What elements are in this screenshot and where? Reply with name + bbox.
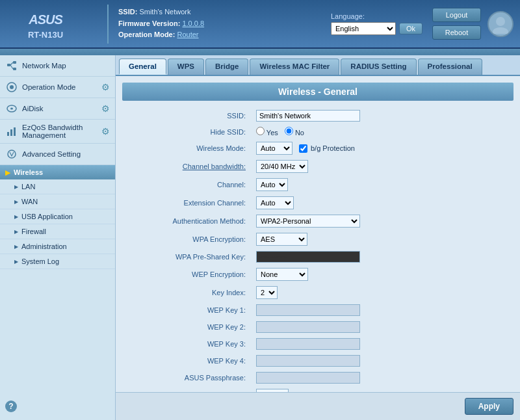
form-title: Wireless - General <box>122 83 514 101</box>
wireless-section-label: Wireless <box>14 168 43 176</box>
operation-mode-icon <box>5 81 18 94</box>
advanced-label: Advanced Setting <box>22 150 81 158</box>
wep-key3-input[interactable] <box>256 338 360 350</box>
wep-key4-row: WEP Key 4: <box>122 352 514 369</box>
ezqos-icon <box>5 125 18 138</box>
asus-passphrase-input[interactable] <box>256 372 360 384</box>
aidisk-icon <box>5 102 18 115</box>
ezqos-label: EzQoS Bandwidth Management <box>22 124 98 139</box>
auth-method-select[interactable]: Open SystemShared KeyWPA-PersonalWPA2-Pe… <box>256 215 360 228</box>
channel-bw-row: Channel bandwidth: 20 MHz20/40 MHz40 MHz <box>122 157 514 176</box>
hide-ssid-yes-label[interactable]: Yes <box>256 127 278 137</box>
wep-encrypt-row: WEP Encryption: NoneWEP-64bitsWEP-128bit… <box>122 265 514 283</box>
content-area: General WPS Bridge Wireless MAC Filter R… <box>116 55 520 420</box>
network-map-icon <box>5 59 18 72</box>
wep-key1-input[interactable] <box>256 304 360 316</box>
wan-arrow-icon: ▶ <box>14 199 18 205</box>
sidebar: Network Map Operation Mode ⚙ AiDisk ⚙ Ez… <box>0 55 116 420</box>
channel-select[interactable]: Auto123456 <box>256 178 288 191</box>
channel-bw-select[interactable]: 20 MHz20/40 MHz40 MHz <box>256 160 308 173</box>
wep-key4-label-cell: WEP Key 4: <box>122 352 252 369</box>
sidebar-sub-usb[interactable]: ▶ USB Application <box>0 209 115 224</box>
hide-ssid-no-label[interactable]: No <box>285 127 304 137</box>
hide-ssid-value-cell: Yes No <box>252 124 514 139</box>
ezqos-gear-icon: ⚙ <box>101 126 110 137</box>
key-index-select[interactable]: 1234 <box>256 286 278 299</box>
firewall-label: Firewall <box>21 228 46 235</box>
sidebar-sub-wan[interactable]: ▶ WAN <box>0 194 115 209</box>
tab-bridge[interactable]: Bridge <box>205 59 248 75</box>
main-layout: Network Map Operation Mode ⚙ AiDisk ⚙ Ez… <box>0 55 520 420</box>
language-select-wrap: English Deutsch Français Español Ok <box>331 22 422 35</box>
sidebar-item-aidisk[interactable]: AiDisk ⚙ <box>0 98 115 120</box>
hide-ssid-yes-radio[interactable] <box>256 127 265 135</box>
sidebar-item-network-map[interactable]: Network Map <box>0 55 115 77</box>
ext-channel-value-cell: AutoAboveBelow <box>252 194 514 212</box>
network-map-label: Network Map <box>22 62 66 70</box>
firmware-version-link[interactable]: 1.0.0.8 <box>182 20 204 27</box>
wep-key4-value-cell <box>252 352 514 369</box>
svg-point-8 <box>10 85 14 89</box>
reboot-button[interactable]: Reboot <box>432 25 481 40</box>
wpa-encrypt-label-cell: WPA Encryption: <box>122 230 252 248</box>
aidisk-label: AiDisk <box>22 105 44 112</box>
ssid-line: SSID: Smith's Network <box>118 7 331 18</box>
logout-button[interactable]: Logout <box>432 8 481 22</box>
operation-value-link[interactable]: Router <box>177 31 198 38</box>
wireless-mode-row: Wireless Mode: Autob onlyg onlyn only b/… <box>122 139 514 157</box>
wep-encrypt-select[interactable]: NoneWEP-64bitsWEP-128bits <box>256 268 308 281</box>
hide-ssid-no-radio[interactable] <box>285 127 293 135</box>
net-key-rotation-value-cell: 0 <box>252 386 514 392</box>
sidebar-sub-admin[interactable]: ▶ Administration <box>0 239 115 254</box>
tab-professional[interactable]: Professional <box>418 59 482 75</box>
sidebar-item-ezqos[interactable]: EzQoS Bandwidth Management ⚙ <box>0 120 115 144</box>
sidebar-sub-syslog[interactable]: ▶ System Log <box>0 254 115 269</box>
wireless-mode-wrap: Autob onlyg onlyn only b/g Protection <box>256 142 510 155</box>
form-table: SSID: Hide SSID: Yes No Wireles <box>122 107 514 392</box>
ext-channel-select[interactable]: AutoAboveBelow <box>256 196 294 209</box>
header-info: SSID: Smith's Network Firmware Version: … <box>118 7 331 41</box>
wpa-psk-input[interactable] <box>256 251 360 263</box>
sidebar-item-advanced[interactable]: Advanced Setting <box>0 144 115 165</box>
asus-passphrase-value-cell <box>252 369 514 386</box>
tab-mac-filter[interactable]: Wireless MAC Filter <box>250 59 339 75</box>
wireless-mode-value-cell: Autob onlyg onlyn only b/g Protection <box>252 139 514 157</box>
wpa-psk-label-cell: WPA Pre-Shared Key: <box>122 248 252 265</box>
bg-protection-label[interactable]: b/g Protection <box>299 144 355 153</box>
wpa-encrypt-select[interactable]: AESTKIPTKIP+AES <box>256 233 307 246</box>
bg-protection-checkbox[interactable] <box>299 144 307 153</box>
help-icon[interactable]: ? <box>5 400 17 412</box>
hide-ssid-label-cell: Hide SSID: <box>122 124 252 139</box>
sidebar-sub-firewall[interactable]: ▶ Firewall <box>0 224 115 239</box>
sidebar-sub-lan[interactable]: ▶ LAN <box>0 179 115 194</box>
ok-button[interactable]: Ok <box>399 23 422 34</box>
advanced-icon <box>5 148 18 161</box>
channel-row: Channel: Auto123456 <box>122 176 514 194</box>
svg-rect-13 <box>14 127 16 136</box>
wep-key4-input[interactable] <box>256 355 360 367</box>
user-avatar <box>488 11 514 37</box>
blue-bar <box>0 49 520 55</box>
tab-general[interactable]: General <box>119 59 166 75</box>
main-wrapper: Network Map Operation Mode ⚙ AiDisk ⚙ Ez… <box>0 55 520 420</box>
firewall-arrow-icon: ▶ <box>14 229 18 235</box>
wireless-section-header: ▶ Wireless <box>0 165 115 179</box>
tab-wps[interactable]: WPS <box>168 59 204 75</box>
ssid-row: SSID: <box>122 107 514 124</box>
channel-bw-link[interactable]: Channel bandwidth: <box>183 163 246 170</box>
usb-label: USB Application <box>21 213 73 220</box>
operation-line: Operation Mode: Router <box>118 29 331 41</box>
sidebar-item-operation-mode[interactable]: Operation Mode ⚙ <box>0 77 115 98</box>
svg-line-5 <box>10 62 13 65</box>
header: ASUS RT-N13U SSID: Smith's Network Firmw… <box>0 0 520 49</box>
wep-key2-input[interactable] <box>256 321 360 333</box>
channel-label-cell: Channel: <box>122 176 252 194</box>
wireless-mode-select[interactable]: Autob onlyg onlyn only <box>256 142 292 155</box>
ssid-input[interactable] <box>256 110 360 122</box>
language-select[interactable]: English Deutsch Français Español <box>331 22 396 35</box>
apply-button[interactable]: Apply <box>465 398 514 415</box>
wep-key1-row: WEP Key 1: <box>122 302 514 319</box>
tab-radius[interactable]: RADIUS Setting <box>341 59 416 75</box>
operation-mode-gear-icon: ⚙ <box>101 82 110 92</box>
form-area: Wireless - General SSID: Hide SSID: Yes … <box>116 76 520 392</box>
